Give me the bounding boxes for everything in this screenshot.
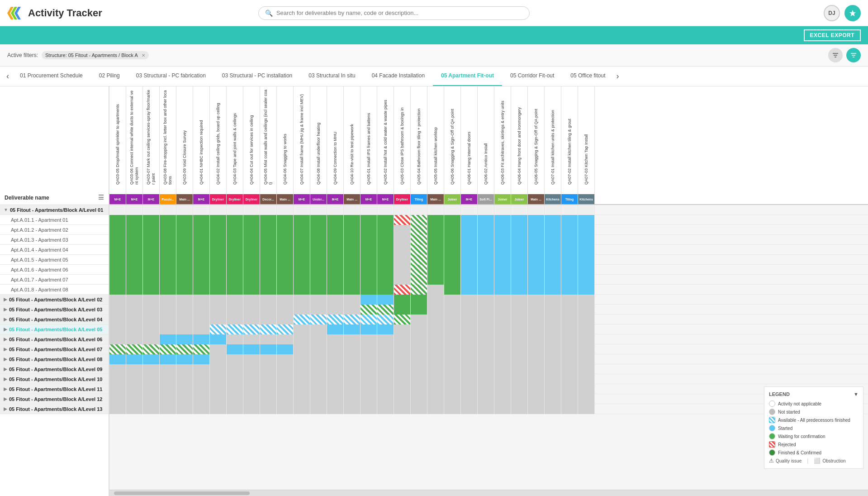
grid-cell[interactable] [143, 364, 160, 374]
grid-cell[interactable] [578, 265, 595, 275]
grid-cell[interactable] [109, 205, 126, 215]
grid-cell[interactable] [494, 364, 511, 374]
grid-cell[interactable] [160, 265, 176, 275]
grid-cell[interactable] [528, 334, 545, 344]
grid-cell[interactable] [561, 235, 578, 245]
grid-cell[interactable] [444, 285, 461, 295]
grid-cell[interactable] [461, 235, 478, 245]
grid-cell[interactable] [227, 235, 243, 245]
grid-cell[interactable] [494, 205, 511, 215]
grid-cell[interactable] [109, 354, 126, 364]
grid-cell[interactable] [545, 364, 561, 374]
grid-cell[interactable] [545, 245, 561, 255]
grid-cell[interactable] [360, 374, 377, 384]
grid-cell[interactable] [109, 404, 126, 414]
grid-cell[interactable] [528, 354, 545, 364]
grid-cell[interactable] [578, 344, 595, 354]
grid-cell[interactable] [310, 315, 327, 324]
grid-cell[interactable] [277, 255, 294, 265]
grid-cell[interactable] [243, 295, 260, 305]
grid-cell[interactable] [394, 275, 411, 285]
filter-active-button[interactable] [846, 48, 861, 62]
grid-cell[interactable] [461, 245, 478, 255]
grid-cell[interactable] [126, 334, 143, 344]
grid-cell[interactable] [561, 255, 578, 265]
grid-cell[interactable] [394, 404, 411, 414]
grid-cell[interactable] [427, 364, 444, 374]
grid-cell[interactable] [478, 354, 494, 364]
grid-cell[interactable] [344, 354, 360, 364]
grid-cell[interactable] [210, 285, 227, 295]
grid-cell[interactable] [444, 364, 461, 374]
grid-cell[interactable] [545, 275, 561, 285]
grid-cell[interactable] [578, 245, 595, 255]
grid-cell[interactable] [411, 344, 427, 354]
grid-cell[interactable] [193, 374, 210, 384]
grid-cell[interactable] [360, 315, 377, 324]
search-bar[interactable]: 🔍 [258, 6, 530, 20]
grid-cell[interactable] [528, 344, 545, 354]
grid-cell[interactable] [260, 364, 277, 374]
grid-cell[interactable] [227, 285, 243, 295]
grid-cell[interactable] [176, 215, 193, 225]
grid-cell[interactable] [578, 404, 595, 414]
grid-cell[interactable] [444, 275, 461, 285]
grid-cell[interactable] [494, 324, 511, 334]
grid-cell[interactable] [327, 315, 344, 324]
grid-cell[interactable] [411, 334, 427, 344]
grid-cell[interactable] [511, 285, 528, 295]
grid-cell[interactable] [461, 394, 478, 404]
grid-cell[interactable] [377, 205, 394, 215]
grid-cell[interactable] [294, 344, 310, 354]
grid-cell[interactable] [461, 225, 478, 235]
grid-cell[interactable] [227, 225, 243, 235]
grid-cell[interactable] [310, 215, 327, 225]
grid-cell[interactable] [294, 384, 310, 394]
grid-cell[interactable] [360, 354, 377, 364]
grid-cell[interactable] [327, 305, 344, 315]
grid-cell[interactable] [377, 245, 394, 255]
grid-cell[interactable] [260, 275, 277, 285]
grid-cell[interactable] [160, 315, 176, 324]
grid-cell[interactable] [193, 205, 210, 215]
grid-cell[interactable] [561, 205, 578, 215]
grid-cell[interactable] [126, 315, 143, 324]
grid-cell[interactable] [294, 364, 310, 374]
grid-cell[interactable] [344, 295, 360, 305]
grid-cell[interactable] [478, 324, 494, 334]
grid-cell[interactable] [310, 344, 327, 354]
grid-cell[interactable] [294, 394, 310, 404]
grid-cell[interactable] [109, 334, 126, 344]
grid-cell[interactable] [545, 235, 561, 245]
grid-cell[interactable] [109, 235, 126, 245]
grid-cell[interactable] [227, 394, 243, 404]
grid-cell[interactable] [243, 305, 260, 315]
grid-cell[interactable] [478, 295, 494, 305]
grid-cell[interactable] [360, 275, 377, 285]
grid-cell[interactable] [143, 205, 160, 215]
tab-structural-insitu[interactable]: 03 Structural In situ [300, 67, 363, 86]
grid-cell[interactable] [193, 275, 210, 285]
grid-cell[interactable] [243, 324, 260, 334]
grid-cell[interactable] [561, 384, 578, 394]
grid-cell[interactable] [545, 334, 561, 344]
sub-row-apt03[interactable]: Apt.A.01.3 - Apartment 03 [0, 235, 109, 245]
grid-cell[interactable] [344, 305, 360, 315]
grid-cell[interactable] [411, 225, 427, 235]
grid-cell[interactable] [411, 255, 427, 265]
grid-cell[interactable] [528, 394, 545, 404]
grid-cell[interactable] [377, 225, 394, 235]
grid-cell[interactable] [294, 215, 310, 225]
grid-cell[interactable] [444, 344, 461, 354]
group-row-level06[interactable]: ▶ 05 Fitout - Apartments/Block A/Level 0… [0, 334, 109, 344]
grid-cell[interactable] [294, 295, 310, 305]
grid-cell[interactable] [561, 404, 578, 414]
grid-cell[interactable] [277, 305, 294, 315]
grid-cell[interactable] [578, 315, 595, 324]
grid-cell[interactable] [394, 225, 411, 235]
grid-cell[interactable] [478, 315, 494, 324]
grid-cell[interactable] [478, 394, 494, 404]
grid-cell[interactable] [511, 364, 528, 374]
grid-cell[interactable] [511, 324, 528, 334]
grid-cell[interactable] [243, 205, 260, 215]
